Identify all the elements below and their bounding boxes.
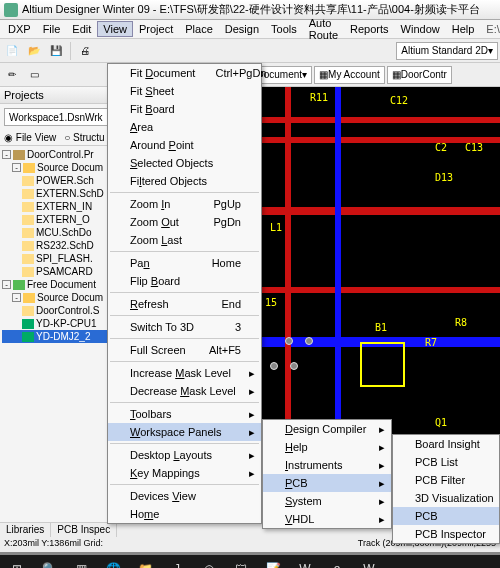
menu-view[interactable]: View	[97, 21, 133, 37]
window-titlebar: Altium Designer Winter 09 - E:\TFS\研发部\2…	[0, 0, 500, 20]
menu-item[interactable]: Increase Mask Level▸	[108, 364, 261, 382]
status-coords: X:203mil Y:1386mil Grid:	[4, 538, 103, 551]
silk-label: B1	[375, 322, 387, 333]
menu-reports[interactable]: Reports	[344, 21, 395, 37]
menu-item[interactable]: Design Compiler▸	[263, 420, 391, 438]
silk-label: R8	[455, 317, 467, 328]
silk-label: C13	[465, 142, 483, 153]
tool-icon[interactable]: ✏	[2, 65, 22, 85]
menu-item[interactable]: Zoom OutPgDn	[108, 213, 261, 231]
file-view-radio[interactable]: ◉ File View	[4, 132, 56, 143]
menu-item[interactable]: Home	[108, 505, 261, 523]
window-title: Altium Designer Winter 09 - E:\TFS\研发部\2…	[22, 2, 480, 17]
silk-label: C2	[435, 142, 447, 153]
silk-label: R7	[425, 337, 437, 348]
menu-item[interactable]: PCB List	[393, 453, 499, 471]
menu-item[interactable]: PanHome	[108, 254, 261, 272]
menu-item[interactable]: Fit Sheet	[108, 82, 261, 100]
silk-label: R11	[310, 92, 328, 103]
menu-project[interactable]: Project	[133, 21, 179, 37]
menu-edit[interactable]: Edit	[66, 21, 97, 37]
menu-item[interactable]: Desktop Layouts▸	[108, 446, 261, 464]
taskbar-word-icon[interactable]: W	[290, 557, 320, 568]
open-icon[interactable]: 📂	[24, 41, 44, 61]
menu-item[interactable]: Board Insight	[393, 435, 499, 453]
menubar: DXPFileEditViewProjectPlaceDesignToolsAu…	[0, 20, 500, 39]
menu-item[interactable]: Help▸	[263, 438, 391, 456]
menu-place[interactable]: Place	[179, 21, 219, 37]
taskbar-jflash-icon[interactable]: J	[162, 557, 192, 568]
save-icon[interactable]: 💾	[46, 41, 66, 61]
taskbar-files-icon[interactable]: ▥	[66, 557, 96, 568]
silk-label: L1	[270, 222, 282, 233]
menu-item[interactable]: PCB	[393, 507, 499, 525]
new-icon[interactable]: 📄	[2, 41, 22, 61]
menu-item[interactable]: RefreshEnd	[108, 295, 261, 313]
taskbar-folder-icon[interactable]: 📁	[130, 557, 160, 568]
tab-libraries[interactable]: Libraries	[0, 523, 51, 537]
menu-item[interactable]: Area	[108, 118, 261, 136]
menu-item[interactable]: Zoom InPgUp	[108, 195, 261, 213]
document-button[interactable]: ▦ DoorContr	[387, 66, 452, 84]
menu-dxp[interactable]: DXP	[2, 21, 37, 37]
print-icon[interactable]: 🖨	[75, 41, 95, 61]
view-menu: Fit DocumentCtrl+PgDnFit SheetFit BoardA…	[107, 63, 262, 524]
toolbar-main: 📄 📂 💾 🖨 Altium Standard 2D ▾	[0, 39, 500, 63]
menu-tools[interactable]: Tools	[265, 21, 303, 37]
menu-design[interactable]: Design	[219, 21, 265, 37]
silk-label: D13	[435, 172, 453, 183]
windows-taskbar: ⊞🔍▥🌐📁J◎🛡📝WeW	[0, 555, 500, 568]
taskbar-search-icon[interactable]: 🔍	[34, 557, 64, 568]
taskbar-shield-icon[interactable]: 🛡	[226, 557, 256, 568]
menu-item[interactable]: Instruments▸	[263, 456, 391, 474]
menu-item[interactable]: Devices View	[108, 487, 261, 505]
menu-item[interactable]: Decrease Mask Level▸	[108, 382, 261, 400]
taskbar-win-icon[interactable]: ⊞	[2, 557, 32, 568]
menu-item[interactable]: Full ScreenAlt+F5	[108, 341, 261, 359]
menu-item[interactable]: PCB Inspector	[393, 525, 499, 543]
silk-label: Q1	[435, 417, 447, 428]
mode-dropdown[interactable]: Altium Standard 2D ▾	[396, 42, 498, 60]
menu-item[interactable]: Workspace Panels▸	[108, 423, 261, 441]
tab-pcb-inspector[interactable]: PCB Inspec	[51, 523, 117, 537]
menu-item[interactable]: Fit DocumentCtrl+PgDn	[108, 64, 261, 82]
menu-item[interactable]: VHDL▸	[263, 510, 391, 528]
tool-icon[interactable]: ▭	[24, 65, 44, 85]
menu-item[interactable]: PCB▸	[263, 474, 391, 492]
taskbar-chrome-icon[interactable]: ◎	[194, 557, 224, 568]
workspace-panels-submenu: Design Compiler▸Help▸Instruments▸PCB▸Sys…	[262, 419, 392, 529]
my-account-button[interactable]: ▦ My Account	[314, 66, 385, 84]
menu-item[interactable]: 3D Visualization	[393, 489, 499, 507]
menu-item[interactable]: Fit Board	[108, 100, 261, 118]
taskbar-edge-icon[interactable]: e	[322, 557, 352, 568]
menu-item[interactable]: Toolbars▸	[108, 405, 261, 423]
menu-auto route[interactable]: Auto Route	[303, 15, 344, 43]
menu-item[interactable]: Zoom Last	[108, 231, 261, 249]
menu-help[interactable]: Help	[446, 21, 481, 37]
menu-item[interactable]: Flip Board	[108, 272, 261, 290]
menu-item[interactable]: Selected Objects	[108, 154, 261, 172]
menu-item[interactable]: Around Point	[108, 136, 261, 154]
pcb-submenu: Board InsightPCB ListPCB Filter3D Visual…	[392, 434, 500, 544]
app-icon	[4, 3, 18, 17]
taskbar-writer-icon[interactable]: W	[354, 557, 384, 568]
structure-radio[interactable]: ○ Structu	[64, 132, 105, 143]
silk-label: 15	[265, 297, 277, 308]
menu-item[interactable]: PCB Filter	[393, 471, 499, 489]
taskbar-globe-icon[interactable]: 🌐	[98, 557, 128, 568]
menu-file[interactable]: File	[37, 21, 67, 37]
menu-item[interactable]: Switch To 3D3	[108, 318, 261, 336]
silk-label: C12	[390, 95, 408, 106]
menu-item[interactable]: Key Mappings▸	[108, 464, 261, 482]
taskbar-text-icon[interactable]: 📝	[258, 557, 288, 568]
menu-item[interactable]: System▸	[263, 492, 391, 510]
menu-item[interactable]: Filtered Objects	[108, 172, 261, 190]
menu-window[interactable]: Window	[395, 21, 446, 37]
